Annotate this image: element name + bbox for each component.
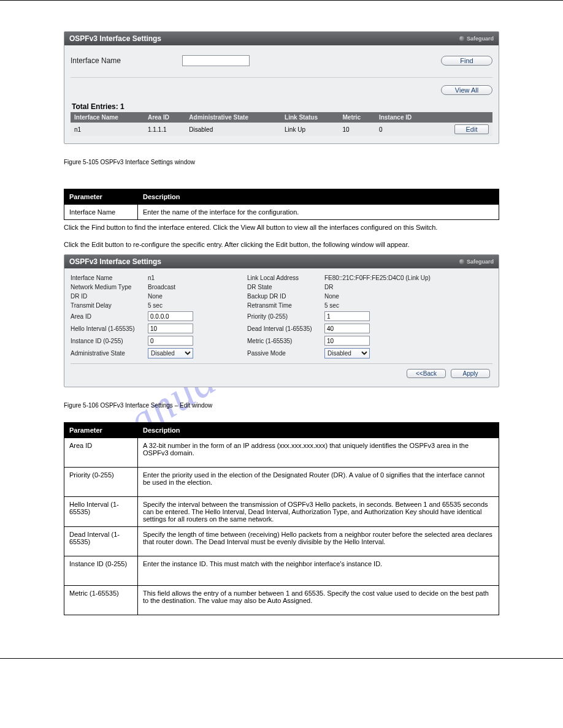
figure-caption-2: Figure 5-106 OSPFv3 Interface Settings –… (64, 400, 499, 409)
hello-interval-input[interactable] (148, 324, 193, 333)
val-interface-name: n1 (148, 275, 221, 281)
lbl-admin-state: Administrative State (71, 350, 144, 357)
param-name: Priority (0-255) (64, 468, 138, 497)
val-retransmit-time: 5 sec (324, 302, 423, 309)
col-instance-id: Instance ID (375, 112, 433, 123)
panel-title: OSPFv3 Interface Settings (69, 34, 161, 43)
intertext-find-viewall: Click the Find button to find the interf… (64, 220, 499, 237)
col-admin-state: Administrative State (185, 112, 281, 123)
param-desc: Enter the instance ID. This must match w… (138, 556, 499, 586)
cell-interface-name: n1 (71, 123, 144, 136)
param-name: Interface Name (64, 205, 138, 220)
shield-dot-icon (459, 259, 464, 264)
parameters-table-1: Parameter Description Interface NameEnte… (64, 189, 499, 220)
param-desc: Enter the name of the interface for the … (138, 205, 499, 220)
safeguard-label: Safeguard (467, 36, 494, 42)
val-dr-id: None (148, 293, 221, 300)
param-name: Metric (1-65535) (64, 586, 138, 615)
val-dr-state: DR (324, 284, 423, 290)
val-backup-dr-id: None (324, 293, 423, 300)
figure-caption-1: Figure 5-105 OSPFv3 Interface Settings w… (64, 156, 499, 165)
interface-name-input[interactable] (182, 55, 250, 66)
interfaces-table: Interface Name Area ID Administrative St… (71, 112, 492, 136)
lbl-retransmit-time: Retransmit Time (247, 302, 321, 309)
lbl-passive-mode: Passive Mode (247, 350, 321, 357)
cell-link-status: Link Up (281, 123, 339, 136)
divider (71, 77, 492, 78)
cell-metric: 10 (339, 123, 375, 136)
col-metric: Metric (339, 112, 375, 123)
col-parameter: Parameter (64, 423, 138, 438)
area-id-input[interactable] (148, 311, 193, 321)
panel-header: OSPFv3 Interface Settings Safeguard (64, 32, 499, 45)
lbl-backup-dr-id: Backup DR ID (247, 293, 321, 300)
interface-name-label: Interface Name (71, 56, 175, 65)
passive-mode-select[interactable]: Disabled (324, 348, 370, 358)
parameters-table-2: Parameter Description Area IDA 32-bit nu… (64, 422, 499, 615)
param-desc: Enter the priority used in the election … (138, 468, 499, 497)
instance-id-input[interactable] (148, 336, 193, 346)
col-interface-name: Interface Name (71, 112, 144, 123)
cell-instance-id: 0 (375, 123, 433, 136)
intertext-edit: Click the Edit button to re-configure th… (64, 237, 499, 254)
lbl-dead-interval: Dead Interval (1-65535) (247, 325, 321, 332)
admin-state-select[interactable]: Disabled (148, 348, 193, 358)
lbl-hello-interval: Hello Interval (1-65535) (71, 325, 144, 332)
safeguard-label: Safeguard (467, 259, 494, 265)
find-button[interactable]: Find (441, 56, 492, 66)
priority-input[interactable] (324, 311, 370, 321)
col-description: Description (138, 423, 499, 438)
val-network-medium-type: Broadcast (148, 284, 221, 290)
edit-button[interactable]: Edit (454, 124, 489, 134)
lbl-metric: Metric (1-65535) (247, 338, 321, 344)
cell-area-id: 1.1.1.1 (144, 123, 185, 136)
lbl-dr-id: DR ID (71, 293, 144, 300)
shield-dot-icon (459, 36, 464, 41)
col-area-id: Area ID (144, 112, 185, 123)
back-button[interactable]: <<Back (407, 369, 446, 378)
param-desc: Specify the length of time between (rece… (138, 527, 499, 556)
lbl-area-id: Area ID (71, 313, 144, 320)
panel-title: OSPFv3 Interface Settings (69, 257, 161, 266)
lbl-interface-name: Interface Name (71, 275, 144, 281)
metric-input[interactable] (324, 336, 370, 346)
cell-admin-state: Disabled (185, 123, 281, 136)
dead-interval-input[interactable] (324, 324, 370, 333)
col-action (433, 112, 492, 123)
param-row: Instance ID (0-255)Enter the instance ID… (64, 556, 499, 586)
panel-ospfv3-edit: OSPFv3 Interface Settings Safeguard Inte… (64, 254, 499, 387)
val-link-local-address: FE80::21C:F0FF:FE25:D4C0 (Link Up) (324, 275, 423, 281)
param-desc: This field allows the entry of a number … (138, 586, 499, 615)
table-row: n1 1.1.1.1 Disabled Link Up 10 0 Edit (71, 123, 492, 136)
intertext-1 (64, 172, 499, 181)
col-parameter: Parameter (64, 189, 138, 205)
total-entries-label: Total Entries: 1 (71, 99, 492, 112)
param-row: Priority (0-255)Enter the priority used … (64, 468, 499, 497)
param-row: Dead Interval (1-65535)Specify the lengt… (64, 527, 499, 556)
col-link-status: Link Status (281, 112, 339, 123)
lbl-priority: Priority (0-255) (247, 313, 321, 320)
param-row: Metric (1-65535)This field allows the en… (64, 586, 499, 615)
param-row: Hello Interval (1-65535)Specify the inte… (64, 497, 499, 527)
apply-button[interactable]: Apply (451, 369, 490, 378)
view-all-button[interactable]: View All (441, 85, 492, 95)
lbl-dr-state: DR State (247, 284, 321, 290)
safeguard-badge: Safeguard (459, 259, 494, 265)
lbl-network-medium-type: Network Medium Type (71, 284, 144, 290)
param-name: Hello Interval (1-65535) (64, 497, 138, 527)
param-name: Instance ID (0-255) (64, 556, 138, 586)
val-transmit-delay: 5 sec (148, 302, 221, 309)
panel-ospfv3-list: OSPFv3 Interface Settings Safeguard Inte… (64, 31, 499, 144)
lbl-instance-id: Instance ID (0-255) (71, 338, 144, 344)
lbl-link-local-address: Link Local Address (247, 275, 321, 281)
param-desc: A 32-bit number in the form of an IP add… (138, 438, 499, 468)
panel-header: OSPFv3 Interface Settings Safeguard (64, 255, 499, 268)
param-row: Area IDA 32-bit number in the form of an… (64, 438, 499, 468)
param-name: Dead Interval (1-65535) (64, 527, 138, 556)
param-row: Interface NameEnter the name of the inte… (64, 205, 499, 220)
safeguard-badge: Safeguard (459, 36, 494, 42)
col-description: Description (138, 189, 499, 205)
lbl-transmit-delay: Transmit Delay (71, 302, 144, 309)
param-desc: Specify the interval between the transmi… (138, 497, 499, 527)
param-name: Area ID (64, 438, 138, 468)
